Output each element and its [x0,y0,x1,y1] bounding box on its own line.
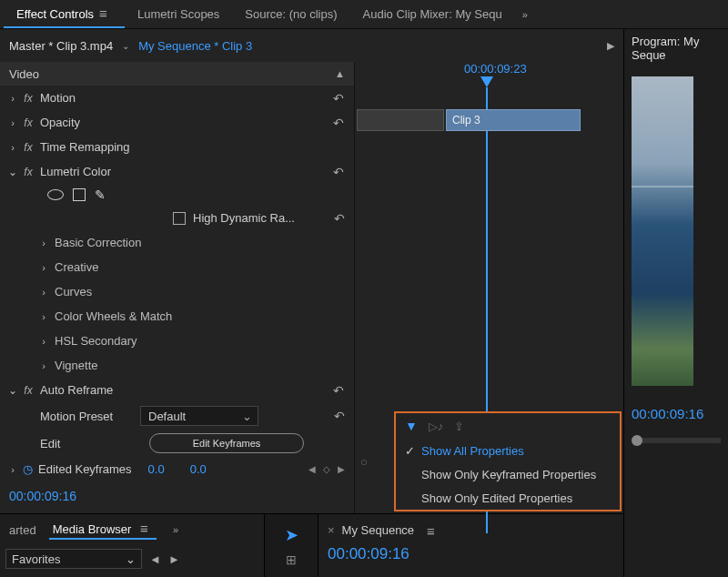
master-dropdown-icon[interactable]: ⌄ [122,41,129,51]
add-keyframe-icon[interactable]: ◇ [323,464,330,474]
overflow-icon[interactable]: » [166,524,186,535]
reset-icon[interactable]: ↶ [329,383,349,398]
effect-auto-reframe[interactable]: Auto Reframe [36,383,329,397]
lumetri-vignette[interactable]: Vignette [51,359,349,372]
edit-label: Edit [40,437,140,450]
fx-icon[interactable]: fx [20,141,36,154]
video-header: Video [9,67,39,81]
lumetri-basic-correction[interactable]: Basic Correction [51,236,349,249]
sequence-clip-label[interactable]: My Sequence * Clip 3 [138,39,252,53]
lumetri-curves[interactable]: Curves [51,285,349,299]
reset-icon[interactable]: ↶ [329,165,349,179]
fx-icon[interactable]: fx [20,116,36,129]
next-keyframe-icon[interactable]: ▶ [338,464,345,474]
effect-motion[interactable]: Motion [36,91,329,105]
stopwatch-icon[interactable]: ◷ [20,462,35,476]
keyframe-value-x[interactable]: 0.0 [148,462,165,476]
motion-preset-label: Motion Preset [40,410,140,423]
tab-partial[interactable]: arted [5,521,40,539]
reset-icon[interactable]: ↶ [329,91,349,106]
hdr-label: High Dynamic Ra... [193,211,295,225]
pin-icon[interactable]: ▷♪ [429,420,444,433]
fx-icon[interactable]: fx [20,92,36,105]
fx-icon[interactable]: fx [20,166,36,178]
effect-opacity[interactable]: Opacity [36,116,329,129]
tab-effect-controls[interactable]: Effect Controls [4,1,125,28]
reset-icon[interactable]: ↶ [334,211,354,226]
tab-source[interactable]: Source: (no clips) [232,2,349,26]
prev-keyframe-icon[interactable]: ◀ [308,464,316,474]
reset-icon[interactable]: ↶ [329,116,349,130]
twirl-icon[interactable]: ⌄ [5,166,20,178]
favorites-dropdown[interactable]: Favorites [5,549,142,569]
lumetri-creative[interactable]: Creative [51,260,349,274]
twirl-icon[interactable]: › [5,464,20,475]
motion-preset-dropdown[interactable]: Default [140,406,258,426]
menu-icon[interactable] [427,524,440,535]
sequence-timecode[interactable]: 00:00:09:16 [328,545,614,563]
pen-mask-icon[interactable]: ✎ [95,187,106,202]
tab-program-monitor[interactable]: Program: My Seque [632,35,721,67]
overflow-icon[interactable]: » [515,9,535,20]
twirl-icon[interactable]: › [36,311,51,322]
program-timecode[interactable]: 00:00:09:16 [632,406,721,421]
twirl-icon[interactable]: › [5,142,20,153]
edit-keyframes-button[interactable]: Edit Keyframes [149,433,304,453]
master-clip-label: Master * Clip 3.mp4 [9,39,113,53]
reset-icon[interactable]: ↶ [334,409,354,423]
track-select-icon[interactable]: ⊞ [286,552,297,567]
rect-mask-icon[interactable] [73,188,86,201]
twirl-icon[interactable]: › [5,117,20,128]
twirl-icon[interactable]: › [5,93,20,104]
forward-icon[interactable]: ► [168,552,180,566]
collapse-icon[interactable]: ▲ [335,68,345,79]
check-icon: ✓ [405,444,421,458]
program-zoom-slider[interactable] [632,438,721,443]
twirl-icon[interactable]: › [36,287,51,298]
edited-keyframes-label[interactable]: Edited Keyframes [35,462,132,476]
filter-properties-menu: ▼ ▷♪ ⇪ ✓ Show All Properties Show Only K… [394,411,622,511]
playhead-icon[interactable] [480,76,493,87]
menu-icon[interactable] [140,521,153,532]
menu-show-edited-properties[interactable]: Show Only Edited Properties [396,486,620,510]
lumetri-hsl-secondary[interactable]: HSL Secondary [51,334,349,348]
close-tab-icon[interactable]: × [328,523,335,537]
lumetri-color-wheels[interactable]: Color Wheels & Match [51,309,349,323]
effect-time-remapping[interactable]: Time Remapping [36,140,349,154]
export-icon[interactable]: ⇪ [454,420,464,433]
effect-lumetri-color[interactable]: Lumetri Color [36,165,329,178]
tab-lumetri-scopes[interactable]: Lumetri Scopes [125,2,232,26]
playhead-timecode: 00:00:09:23 [464,62,527,76]
twirl-icon[interactable]: › [36,360,51,371]
twirl-icon[interactable]: ⌄ [5,384,20,397]
keyframe-value-y[interactable]: 0.0 [190,462,207,476]
program-preview [632,76,693,386]
clip-bar[interactable]: Clip 3 [446,109,581,131]
menu-show-keyframed-properties[interactable]: Show Only Keyframed Properties [396,462,620,486]
selection-tool-icon[interactable]: ➤ [285,525,298,545]
menu-icon[interactable] [99,6,112,17]
tab-media-browser[interactable]: Media Browser [49,520,157,540]
twirl-icon[interactable]: › [36,262,51,273]
menu-show-all-properties[interactable]: ✓ Show All Properties [396,439,620,462]
fx-icon[interactable]: fx [20,384,36,397]
hdr-checkbox[interactable] [173,212,186,225]
play-icon[interactable]: ▶ [607,40,614,52]
zoom-handle-left[interactable]: ○ [360,455,368,466]
sequence-tab[interactable]: My Sequence [342,523,415,537]
back-icon[interactable]: ◄ [149,552,161,566]
twirl-icon[interactable]: › [36,238,51,248]
twirl-icon[interactable]: › [36,336,51,347]
ellipse-mask-icon[interactable] [47,189,64,200]
timeline-gap [357,109,444,131]
tab-audio-mixer[interactable]: Audio Clip Mixer: My Sequ [350,2,515,26]
filter-icon[interactable]: ▼ [405,419,418,433]
current-timecode[interactable]: 00:00:09:16 [0,481,354,511]
